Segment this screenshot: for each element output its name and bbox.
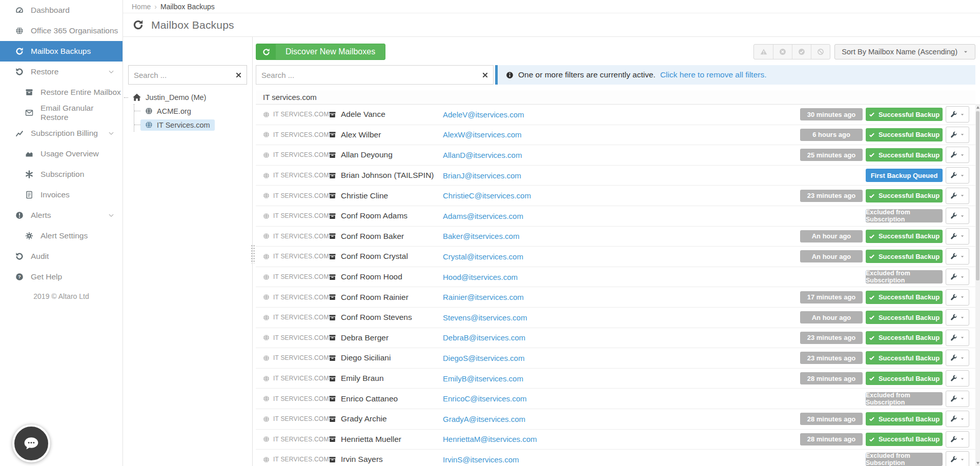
mailbox-email-link[interactable]: AllanD@itservices.com: [443, 151, 522, 159]
tree-search-box: [128, 65, 247, 85]
mailbox-name: Enrico Cattaneo: [341, 394, 398, 403]
envelope-icon: [24, 109, 34, 117]
tree-node-it-services-com[interactable]: IT Services.com: [134, 118, 252, 132]
backup-status-badge: Successful Backup: [866, 412, 943, 426]
archive-icon: [329, 395, 336, 402]
sidebar-item-get-help[interactable]: ?Get Help: [0, 267, 122, 287]
sort-dropdown-button[interactable]: Sort By Mailbox Name (Ascending): [834, 44, 975, 59]
sidebar-item-restore-entire-mailbox[interactable]: Restore Entire Mailbox: [0, 82, 122, 103]
mailbox-email-link[interactable]: GradyA@itservices.com: [443, 415, 525, 423]
mailbox-actions-dropdown-button[interactable]: [946, 106, 969, 123]
mailbox-actions-dropdown-button[interactable]: [946, 350, 969, 366]
tree-node-root[interactable]: Justin_Demo (Me): [123, 91, 252, 104]
mailbox-actions-dropdown-button[interactable]: [946, 451, 969, 466]
sidebar-item-alerts[interactable]: Alerts: [0, 205, 122, 226]
mailbox-search-input[interactable]: [256, 71, 477, 79]
scrollbar-thumb[interactable]: [976, 111, 979, 280]
sidebar-item-mailbox-backups[interactable]: Mailbox Backups: [0, 41, 122, 62]
sidebar-item-office-365-organisations[interactable]: Office 365 Organisations: [0, 21, 122, 41]
sidebar-item-audit[interactable]: Audit: [0, 246, 122, 267]
mailbox-actions-dropdown-button[interactable]: [946, 208, 969, 224]
sidebar-item-invoices[interactable]: Invoices: [0, 185, 122, 205]
organisation-tree: Justin_Demo (Me) ACME.orgIT Services.com: [123, 91, 252, 132]
discover-new-mailboxes-button[interactable]: Discover New Mailboxes: [256, 44, 385, 60]
sidebar-item-dashboard[interactable]: Dashboard: [0, 0, 122, 21]
sidebar-item-restore[interactable]: Restore: [0, 62, 122, 82]
mailbox-actions-dropdown-button[interactable]: [946, 248, 969, 265]
backup-status-label: Successful Backup: [879, 435, 940, 443]
mailbox-actions-dropdown-button[interactable]: [946, 411, 969, 427]
sidebar-item-label: Office 365 Organisations: [31, 26, 118, 35]
tree-node-acme-org[interactable]: ACME.org: [134, 104, 252, 118]
mailbox-email-link[interactable]: EnricoC@itservices.com: [443, 394, 527, 403]
sidebar-item-usage-overview[interactable]: Usage Overview: [0, 144, 122, 164]
mailbox-actions-dropdown-button[interactable]: [946, 188, 969, 204]
backup-status-badge: Successful Backup: [866, 128, 943, 141]
mailbox-email-link[interactable]: AdeleV@itservices.com: [443, 110, 524, 119]
mailbox-email-link[interactable]: BrianJ@itservices.com: [443, 171, 521, 180]
backup-status-label: Successful Backup: [879, 232, 940, 240]
tree-search-clear-button[interactable]: [230, 66, 247, 84]
scroll-up-arrow[interactable]: [975, 104, 980, 110]
mailbox-actions-dropdown-button[interactable]: [946, 330, 969, 346]
vertical-scrollbar[interactable]: [975, 104, 980, 466]
mailbox-email-link[interactable]: ChristieC@itservices.com: [443, 191, 531, 200]
mailbox-email-link[interactable]: AlexW@itservices.com: [443, 130, 522, 139]
last-backup-time-badge: 30 minutes ago: [800, 108, 863, 120]
refresh-icon: [14, 47, 25, 55]
organisation-cell: IT SERVICES.COM: [256, 151, 329, 158]
mailbox-actions-dropdown-button[interactable]: [946, 391, 969, 407]
success-filter-button[interactable]: [792, 45, 811, 59]
panel-resize-handle[interactable]: [250, 244, 255, 264]
organisation-label: IT SERVICES.COM: [273, 395, 329, 402]
search-row: One or more filters are currently active…: [256, 65, 975, 85]
mailbox-name: Alex Wilber: [341, 130, 381, 139]
warning-filter-button[interactable]: [754, 45, 773, 59]
mailbox-name-cell: Grady Archie: [329, 414, 443, 423]
check-icon: [869, 355, 875, 361]
sidebar-item-email-granular-restore[interactable]: Email Granular Restore: [0, 103, 122, 123]
status-filter-button-group: [753, 44, 830, 59]
sidebar-item-alert-settings[interactable]: Alert Settings: [0, 226, 122, 246]
globe-icon: [263, 111, 270, 118]
sidebar-item-label: Alerts: [31, 211, 51, 220]
mailbox-search-clear-button[interactable]: [477, 66, 493, 84]
mailbox-actions-dropdown-button[interactable]: [946, 269, 969, 285]
mailbox-email-link[interactable]: DiegoS@itservices.com: [443, 354, 524, 362]
sidebar-item-label: Dashboard: [31, 6, 70, 15]
mailbox-email-link[interactable]: Crystal@itservices.com: [443, 252, 523, 261]
email-cell: Baker@itservices.com: [443, 232, 800, 240]
mailbox-actions-dropdown-button[interactable]: [946, 167, 969, 184]
mailbox-email-link[interactable]: Hood@itservices.com: [443, 273, 518, 281]
mailbox-actions-dropdown-button[interactable]: [946, 228, 969, 245]
scroll-down-arrow[interactable]: [975, 460, 980, 466]
mailbox-email-link[interactable]: Baker@itservices.com: [443, 232, 519, 240]
mailbox-actions-dropdown-button[interactable]: [946, 370, 969, 387]
chat-button[interactable]: [12, 424, 50, 462]
sidebar-item-subscription-billing[interactable]: Subscription Billing: [0, 123, 122, 144]
mailbox-actions-dropdown-button[interactable]: [946, 289, 969, 306]
mailbox-actions-dropdown-button[interactable]: [946, 309, 969, 326]
mailbox-actions-dropdown-button[interactable]: [946, 127, 969, 143]
sidebar-item-label: Get Help: [31, 272, 62, 281]
mailbox-email-link[interactable]: Rainier@itservices.com: [443, 293, 524, 301]
mailbox-actions-dropdown-button[interactable]: [946, 431, 969, 448]
mailbox-email-link[interactable]: Adams@itservices.com: [443, 212, 523, 220]
globe-icon: [263, 416, 270, 422]
mailbox-email-link[interactable]: HenriettaM@itservices.com: [443, 435, 537, 443]
mailbox-email-link[interactable]: EmilyB@itservices.com: [443, 374, 523, 383]
mailbox-actions-dropdown-button[interactable]: [946, 147, 969, 163]
wrench-icon: [950, 415, 957, 422]
remove-all-filters-link[interactable]: Click here to remove all filters.: [660, 70, 767, 79]
tree-search-input[interactable]: [129, 71, 230, 79]
sidebar-item-subscription[interactable]: Subscription: [0, 164, 122, 185]
mailbox-email-link[interactable]: Stevens@itservices.com: [443, 313, 527, 322]
error-filter-button[interactable]: [773, 45, 792, 59]
archive-icon: [329, 456, 336, 463]
mailbox-email-link[interactable]: DebraB@itservices.com: [443, 333, 525, 342]
last-backup-time-badge: 28 minutes ago: [800, 433, 863, 445]
backup-status-badge: Successful Backup: [866, 230, 943, 243]
excluded-filter-button[interactable]: [811, 45, 830, 59]
breadcrumb-home-link[interactable]: Home: [132, 3, 151, 11]
mailbox-email-link[interactable]: IrvinS@itservices.com: [443, 455, 519, 464]
